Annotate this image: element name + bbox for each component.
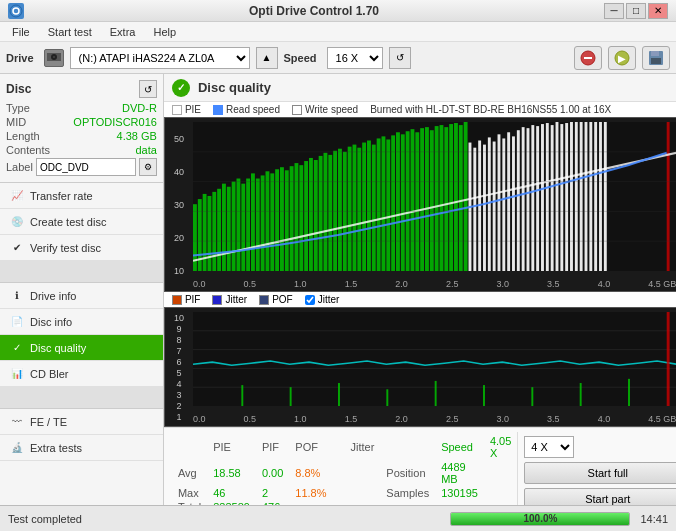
disc-refresh-button[interactable]: ↺ xyxy=(139,80,157,98)
disc-label-input[interactable] xyxy=(36,158,136,176)
maximize-button[interactable]: □ xyxy=(626,3,646,19)
avg-pif: 0.00 xyxy=(256,460,289,486)
sidebar-item-drive-info[interactable]: ℹ Drive info xyxy=(0,283,163,309)
drive-info-icon: ℹ xyxy=(10,289,24,303)
disc-mid-key: MID xyxy=(6,116,26,128)
svg-rect-79 xyxy=(507,132,510,271)
speed-select[interactable]: 16 X xyxy=(327,47,383,69)
quality-speed-select[interactable]: 4 X Max 8 X xyxy=(524,436,574,458)
legend-jitter-check[interactable]: Jitter xyxy=(305,294,340,305)
avg-label: Avg xyxy=(172,460,207,486)
save-button[interactable] xyxy=(642,46,670,70)
svg-rect-28 xyxy=(261,175,265,271)
svg-rect-81 xyxy=(517,130,520,271)
menu-help[interactable]: Help xyxy=(145,25,184,39)
disc-label-button[interactable]: ⚙ xyxy=(139,158,157,176)
speed-row: 4 X Max 8 X xyxy=(524,436,676,458)
svg-rect-32 xyxy=(280,167,284,271)
disc-length-row: Length 4.38 GB xyxy=(6,130,157,142)
svg-point-5 xyxy=(53,56,55,58)
svg-rect-100 xyxy=(667,122,670,271)
svg-rect-94 xyxy=(580,122,583,271)
status-time: 14:41 xyxy=(640,513,668,525)
svg-rect-17 xyxy=(207,196,211,271)
disc-quality-header: ✓ Disc quality xyxy=(164,74,676,102)
legend-pof: POF xyxy=(259,294,293,305)
svg-rect-21 xyxy=(227,187,231,271)
svg-rect-41 xyxy=(323,153,327,271)
menu-extra[interactable]: Extra xyxy=(102,25,144,39)
svg-rect-60 xyxy=(415,132,419,271)
erase-button[interactable] xyxy=(574,46,602,70)
legend-pof-box xyxy=(259,295,269,305)
svg-rect-51 xyxy=(372,145,376,271)
speed-label: Speed xyxy=(284,52,317,64)
sidebar-item-extra-tests[interactable]: 🔬 Extra tests xyxy=(0,435,163,461)
sidebar-item-fe-te[interactable]: 〰 FE / TE xyxy=(0,409,163,435)
drive-eject-button[interactable]: ▲ xyxy=(256,47,278,69)
speed-val: 4.05 X xyxy=(484,434,517,460)
sidebar-item-disc-info[interactable]: 📄 Disc info xyxy=(0,309,163,335)
position-label: Position xyxy=(380,460,435,486)
svg-rect-52 xyxy=(377,138,381,271)
drive-select[interactable]: (N:) ATAPI iHAS224 A ZL0A xyxy=(70,47,250,69)
svg-rect-19 xyxy=(217,189,221,271)
sidebar-item-disc-quality[interactable]: ✓ Disc quality xyxy=(0,335,163,361)
minimize-button[interactable]: ─ xyxy=(604,3,624,19)
section-header-drive xyxy=(0,261,163,283)
sidebar-item-create-test-disc[interactable]: 💿 Create test disc xyxy=(0,209,163,235)
disc-quality-icon: ✓ xyxy=(10,341,24,355)
sidebar-item-verify-test-disc[interactable]: ✔ Verify test disc xyxy=(0,235,163,261)
svg-rect-42 xyxy=(328,155,332,271)
svg-rect-64 xyxy=(435,126,439,271)
menu-file[interactable]: File xyxy=(4,25,38,39)
speed-refresh-button[interactable]: ↺ xyxy=(389,47,411,69)
svg-rect-68 xyxy=(454,123,458,271)
jitter-checkbox[interactable] xyxy=(305,295,315,305)
sidebar-item-cd-bler[interactable]: 📊 CD Bler xyxy=(0,361,163,387)
disc-type-row: Type DVD-R xyxy=(6,102,157,114)
legend-pie-label: PIE xyxy=(185,104,201,115)
close-button[interactable]: ✕ xyxy=(648,3,668,19)
col-pof: POF xyxy=(289,434,332,460)
app-icon xyxy=(8,3,24,19)
svg-rect-112 xyxy=(338,383,340,406)
top-chart-y-left: 50 40 30 20 10 xyxy=(165,118,193,291)
bottom-chart-x-labels: 0.0 0.5 1.0 1.5 2.0 2.5 3.0 3.5 4.0 4.5 … xyxy=(193,414,676,424)
main-layout: Disc ↺ Type DVD-R MID OPTODISCR016 Lengt… xyxy=(0,74,676,531)
progress-bar: 100.0% xyxy=(451,513,629,525)
svg-rect-62 xyxy=(425,127,429,271)
sidebar-item-transfer-rate[interactable]: 📈 Transfer rate xyxy=(0,183,163,209)
legend-pie-dot xyxy=(172,105,182,115)
svg-rect-55 xyxy=(391,135,395,271)
disc-quality-header-icon: ✓ xyxy=(172,79,190,97)
svg-rect-20 xyxy=(222,184,226,271)
extra-tests-icon: 🔬 xyxy=(10,441,24,455)
svg-rect-82 xyxy=(522,127,525,271)
disc-panel: Disc ↺ Type DVD-R MID OPTODISCR016 Lengt… xyxy=(0,74,163,183)
burn-button[interactable]: ▶ xyxy=(608,46,636,70)
top-chart-legend: PIE Read speed Write speed Burned with H… xyxy=(164,102,676,117)
svg-rect-61 xyxy=(420,128,424,271)
svg-rect-18 xyxy=(212,192,216,271)
svg-rect-40 xyxy=(319,156,323,271)
menu-start-test[interactable]: Start test xyxy=(40,25,100,39)
legend-read-dot xyxy=(213,105,223,115)
svg-rect-86 xyxy=(541,124,544,271)
svg-rect-70 xyxy=(464,122,468,271)
position-val: 4489 MB xyxy=(435,460,484,486)
col-speed: Speed xyxy=(435,434,484,460)
svg-rect-97 xyxy=(594,122,597,271)
svg-rect-46 xyxy=(348,147,352,271)
avg-pof: 8.8% xyxy=(289,460,332,486)
svg-rect-7 xyxy=(584,57,592,59)
svg-rect-77 xyxy=(497,134,500,271)
svg-rect-87 xyxy=(546,123,549,271)
svg-rect-11 xyxy=(651,51,659,56)
disc-length-val: 4.38 GB xyxy=(117,130,157,142)
svg-rect-58 xyxy=(406,131,410,271)
start-full-button[interactable]: Start full xyxy=(524,462,676,484)
disc-info-icon: 📄 xyxy=(10,315,24,329)
section-header-fete xyxy=(0,387,163,409)
legend-pif-label: PIF xyxy=(185,294,201,305)
